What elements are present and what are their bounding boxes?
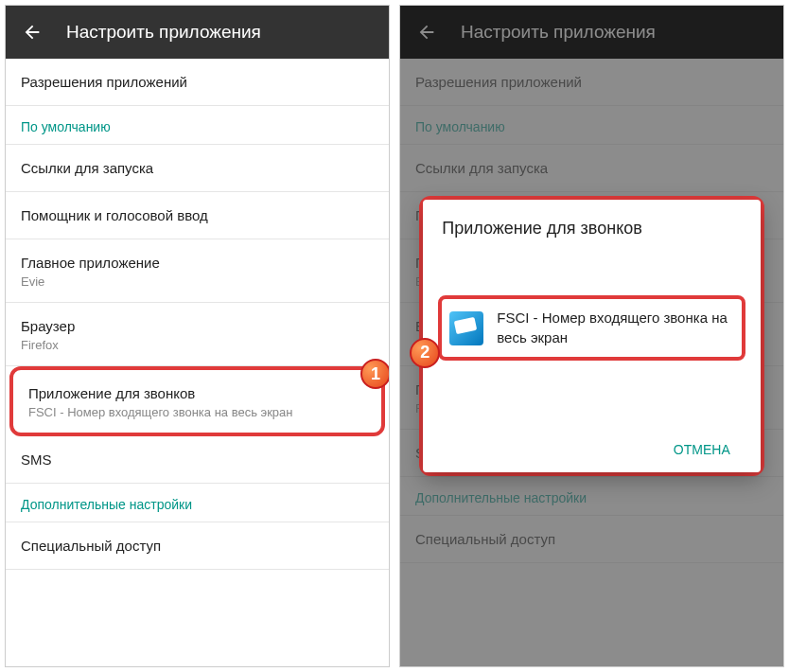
app-header: Настроить приложения xyxy=(6,6,389,59)
page-title: Настроить приложения xyxy=(66,22,261,43)
item-phone-app[interactable]: Приложение для звонков FSCI - Номер вход… xyxy=(13,370,381,433)
dialog-scrim[interactable]: 2 Приложение для звонков FSCI - Номер вх… xyxy=(400,6,783,666)
cancel-button[interactable]: ОТМЕНА xyxy=(662,434,742,465)
phone-app-dialog: Приложение для звонков FSCI - Номер вход… xyxy=(423,200,761,472)
dialog-option-fsci[interactable]: FSCI - Номер входящего звонка на весь эк… xyxy=(442,299,742,357)
highlight-option: FSCI - Номер входящего звонка на весь эк… xyxy=(438,295,745,361)
back-icon[interactable] xyxy=(21,21,44,44)
dialog-title: Приложение для звонков xyxy=(442,219,742,239)
item-browser[interactable]: Браузер Firefox xyxy=(6,303,389,366)
step-badge-2: 2 xyxy=(410,338,440,368)
section-default: По умолчанию xyxy=(6,106,389,145)
screenshot-left: Настроить приложения Разрешения приложен… xyxy=(5,5,390,667)
app-icon xyxy=(449,311,483,345)
settings-list: Разрешения приложений По умолчанию Ссылк… xyxy=(6,59,389,666)
step-badge-1: 1 xyxy=(360,359,389,389)
dialog-actions: ОТМЕНА xyxy=(442,427,742,465)
item-sms[interactable]: SMS xyxy=(6,436,389,484)
screenshot-right: Настроить приложения Разрешения приложен… xyxy=(399,5,784,667)
item-special[interactable]: Специальный доступ xyxy=(6,522,389,570)
highlight-dialog: 2 Приложение для звонков FSCI - Номер вх… xyxy=(419,196,764,476)
item-permissions[interactable]: Разрешения приложений xyxy=(6,59,389,106)
item-home-app[interactable]: Главное приложение Evie xyxy=(6,239,389,303)
section-extra: Дополнительные настройки xyxy=(6,484,389,522)
highlight-phone-app: 1 Приложение для звонков FSCI - Номер вх… xyxy=(9,366,385,436)
item-links[interactable]: Ссылки для запуска xyxy=(6,145,389,192)
item-assistant[interactable]: Помощник и голосовой ввод xyxy=(6,192,389,239)
